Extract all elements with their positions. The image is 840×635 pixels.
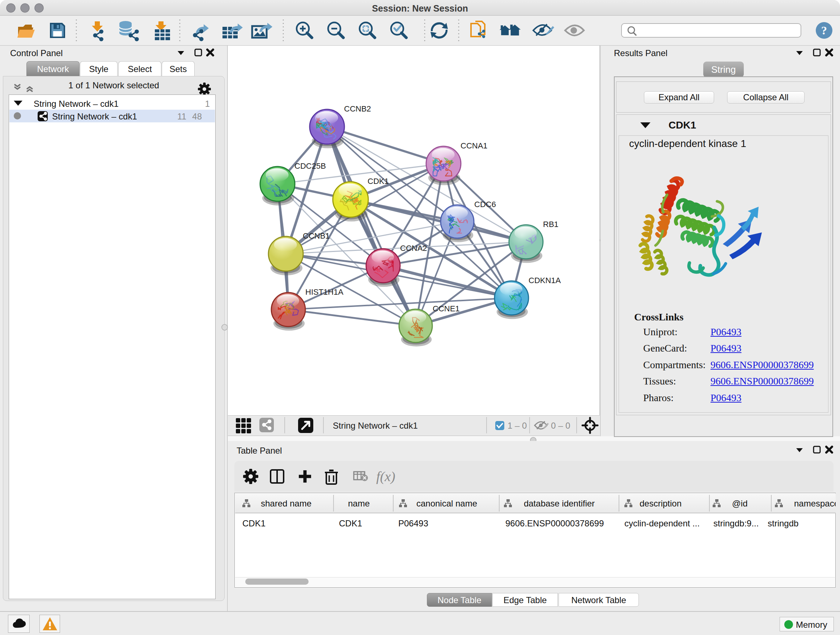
svg-text:canonical name: canonical name — [416, 499, 477, 508]
svg-text:namespace: namespace — [794, 499, 836, 508]
svg-text:0 – 0: 0 – 0 — [551, 421, 570, 431]
svg-text:@id: @id — [732, 499, 747, 508]
svg-text:f(x): f(x) — [376, 469, 395, 485]
svg-text:CDKN1A: CDKN1A — [529, 276, 561, 285]
svg-text:CDC25B: CDC25B — [294, 162, 326, 171]
svg-text:HIST1H1A: HIST1H1A — [305, 287, 343, 296]
svg-text:CCNA1: CCNA1 — [461, 141, 488, 150]
svg-text:description: description — [639, 499, 682, 508]
svg-text:CDC6: CDC6 — [474, 200, 496, 209]
svg-text:?: ? — [821, 24, 827, 37]
svg-text:CCNE1: CCNE1 — [433, 304, 460, 313]
svg-text:CCNA2: CCNA2 — [400, 244, 427, 253]
svg-text:shared name: shared name — [261, 499, 311, 508]
svg-text:name: name — [348, 499, 370, 508]
svg-text:1 – 0: 1 – 0 — [508, 421, 527, 431]
svg-text:CCNB1: CCNB1 — [303, 231, 330, 241]
svg-text:CDK1: CDK1 — [368, 177, 389, 186]
svg-text:database identifier: database identifier — [524, 499, 595, 508]
svg-text:String Network – cdk1: String Network – cdk1 — [333, 421, 418, 431]
svg-text:RB1: RB1 — [543, 220, 559, 229]
svg-text:CCNB2: CCNB2 — [344, 104, 371, 113]
